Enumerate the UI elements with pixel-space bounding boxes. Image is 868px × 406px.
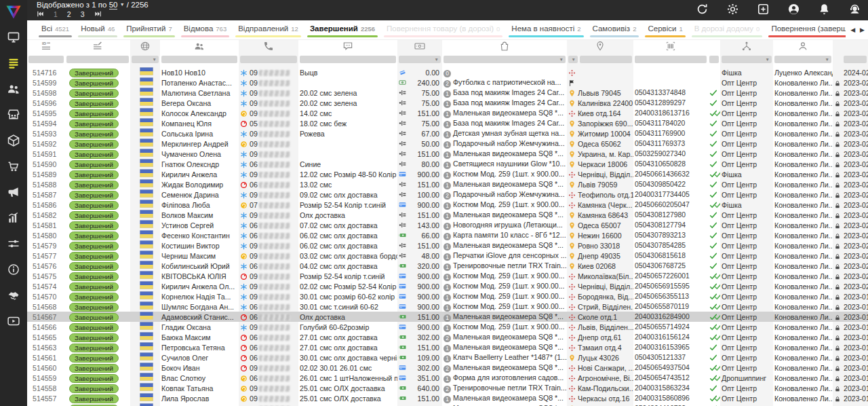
sidebar-item-cart[interactable] <box>0 153 27 179</box>
order-row[interactable]: 514575 Завершений КВІТОВСЬКА ЮЛІЯ 09 Роз… <box>27 271 868 281</box>
filter-input-comment[interactable] <box>300 56 396 63</box>
filter-input-source[interactable]: ▼ <box>722 56 772 63</box>
sidebar-item-megaphone[interactable] <box>0 179 27 205</box>
order-row[interactable]: 514599 Завершений Потапенко Анастас... 0… <box>27 77 868 88</box>
column-header-money[interactable] <box>397 40 442 55</box>
sidebar-item-people[interactable] <box>0 76 27 102</box>
status-tab-7[interactable]: Нема в наявності 2 <box>507 20 585 39</box>
filter-dropdown-icon[interactable]: ▼ <box>825 56 829 63</box>
order-row[interactable]: 514581 Завершений Устинов Сергей 06 07.0… <box>27 220 868 230</box>
column-header-comment[interactable] <box>298 40 397 55</box>
page-1-button[interactable]: 1 <box>54 10 58 18</box>
filter-dropdown-icon[interactable]: ▼ <box>153 56 157 63</box>
order-row[interactable]: 514582 Завершений Волков Максим 09 Олх д… <box>27 210 868 220</box>
order-row[interactable]: 514561 Завершений Сучилов Олег 06 30.01 … <box>27 352 868 363</box>
filter-input-tracking[interactable] <box>635 56 707 63</box>
order-row[interactable]: 514577 Завершений Черниш Максим 09 03.02… <box>27 251 868 261</box>
filter-dropdown-icon[interactable]: ▼ <box>766 56 770 63</box>
order-row[interactable]: 514566 Завершений Гладик Оксана 09 Голуб… <box>27 322 868 332</box>
sidebar-item-video[interactable] <box>0 308 27 334</box>
order-row[interactable]: 514579 Завершений Костишин Виктор 09 06.… <box>27 240 868 251</box>
sidebar-item-store[interactable] <box>0 102 27 128</box>
filter-dropdown-icon[interactable]: ▼ <box>559 56 564 63</box>
column-header-product[interactable] <box>442 40 567 55</box>
filter-input-manager[interactable]: ▼ <box>774 56 831 63</box>
column-header-id[interactable] <box>27 40 65 55</box>
order-row[interactable]: 514594 Завершений Компанец Юля 05 18.02 … <box>27 118 868 128</box>
tabs-scroll-left-icon[interactable]: ◀ <box>850 26 855 33</box>
order-row[interactable]: 514591 Завершений Чумаченко Олена 09 151… <box>27 149 868 159</box>
filter-input-phone[interactable] <box>240 56 297 63</box>
order-row[interactable]: 514589 Завершений Кирилич Анжела 09 12.0… <box>27 169 868 179</box>
filter-input-status[interactable] <box>66 56 129 63</box>
last-page-button[interactable] <box>94 8 102 20</box>
filter-input-check[interactable] <box>709 56 719 63</box>
column-header-check[interactable] <box>708 40 720 55</box>
column-header-status[interactable] <box>65 40 130 55</box>
order-row[interactable]: 514560 Завершений Бокоч Иван 09 02.02 30… <box>27 363 868 373</box>
page-2-button[interactable]: 2 <box>67 10 71 18</box>
order-row[interactable]: 514593 Завершений Сольська Ірина 09 Роже… <box>27 128 868 139</box>
status-tab-3[interactable]: Відмова 763 <box>179 20 231 39</box>
status-tab-1[interactable]: Новый 46 <box>76 20 119 39</box>
first-page-button[interactable] <box>37 8 44 20</box>
order-row[interactable]: 514598 Завершений Малютина Светлана 09 2… <box>27 88 868 98</box>
status-tab-5[interactable]: Завершений 2256 <box>305 20 380 39</box>
column-header-phone[interactable] <box>239 40 298 55</box>
order-row[interactable]: 514556 Завершений Сиротюк Олександр 09 О… <box>27 403 868 406</box>
status-tab-4[interactable]: Відправлений 12 <box>233 20 303 39</box>
column-header-tracking[interactable] <box>633 40 708 55</box>
filter-input-date[interactable] <box>844 56 867 63</box>
column-header-location[interactable] <box>567 40 633 55</box>
add-box-button[interactable] <box>757 3 770 18</box>
app-logo[interactable] <box>0 0 27 24</box>
filter-input-name[interactable] <box>161 56 237 63</box>
order-row[interactable]: 514576 Завершений Кобилинський Юрий 06 0… <box>27 261 868 271</box>
sidebar-item-info[interactable] <box>0 257 27 282</box>
status-tab-2[interactable]: Прийнятий 7 <box>121 20 177 39</box>
gear-button[interactable] <box>726 3 739 18</box>
column-header-flag[interactable] <box>130 40 160 55</box>
column-header-date[interactable] <box>842 40 868 55</box>
per-page-select[interactable]: 50 <box>109 1 118 10</box>
order-row[interactable]: 514592 Завершений Мерклингер Андрей 09 5… <box>27 139 868 149</box>
refresh-button[interactable] <box>696 3 709 18</box>
filter-input-location[interactable] <box>580 56 632 63</box>
tabs-scroll-right-icon[interactable]: ▶ <box>860 26 865 33</box>
order-row[interactable]: 514590 Завершений Гнатюк Олексндр 06 Син… <box>27 159 868 169</box>
order-row[interactable]: 514559 Завершений Влас Слотюу 06 26.01 с… <box>27 373 868 383</box>
status-tab-6[interactable]: Повернення товару (в дорозі) 0 <box>382 20 505 39</box>
status-tab-0[interactable]: Всі 4521 <box>37 20 74 39</box>
order-row[interactable]: 514586 Завершений Філіпова Люба 07 Розмі… <box>27 200 868 210</box>
status-tab-9[interactable]: Сервіси 1 <box>643 20 687 39</box>
sidebar-item-monitor[interactable] <box>0 24 27 50</box>
filter-input-money[interactable]: ▼ <box>399 56 441 63</box>
order-row[interactable]: 514580 Завершений Фесенко Константин 06 … <box>27 230 868 240</box>
status-tab-8[interactable]: Самовивіз 2 <box>588 20 642 39</box>
order-row[interactable]: 514567 Завершений Адамовский Станис... 0… <box>27 312 868 322</box>
column-header-lock[interactable] <box>833 40 842 55</box>
account-button[interactable] <box>787 3 800 18</box>
order-row[interactable]: 514558 Завершений Ковпак Татьяна 09 25.0… <box>27 383 868 393</box>
sidebar-item-sliders[interactable] <box>0 231 27 257</box>
sidebar-item-list[interactable] <box>0 50 27 76</box>
column-header-name[interactable] <box>160 40 239 55</box>
filter-dropdown-location[interactable]: ▼ <box>568 56 578 63</box>
page-3-button[interactable]: 3 <box>81 10 85 18</box>
filter-input-flag[interactable]: ▼ <box>132 56 159 63</box>
order-row[interactable]: 514570 Завершений Корнелюк Надія Та... 0… <box>27 291 868 301</box>
order-row[interactable]: 514568 Завершений Шумляс Богдана Ан... 0… <box>27 301 868 312</box>
order-row[interactable]: 514565 Завершений Баюка Максим 06 27.01 … <box>27 332 868 342</box>
filter-input-id[interactable] <box>28 56 64 63</box>
column-header-source[interactable] <box>720 40 773 55</box>
order-row[interactable]: 514563 Завершений Петровська Тетяна 06 2… <box>27 342 868 352</box>
status-tab-10[interactable]: В дорозі додому 0 <box>690 20 765 39</box>
order-row[interactable]: 514588 Завершений Жидак Володимир 06 13.… <box>27 179 868 189</box>
support-headset-button[interactable] <box>848 3 861 18</box>
filter-input-product[interactable]: ▼ <box>443 56 566 63</box>
bell-button[interactable] <box>818 3 831 18</box>
order-row[interactable]: 514557 Завершений Лила Ярослав 09 25.01 … <box>27 393 868 403</box>
sidebar-item-chart[interactable] <box>0 205 27 231</box>
filter-dropdown-icon[interactable]: ▼ <box>435 56 439 63</box>
sidebar-item-box[interactable] <box>0 128 27 153</box>
